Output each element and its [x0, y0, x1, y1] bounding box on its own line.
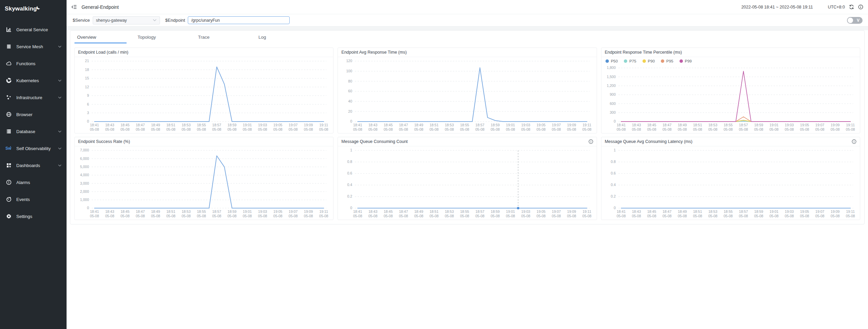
- svg-text:05-08: 05-08: [384, 214, 393, 218]
- line-chart-plot[interactable]: 00.20.40.60.8118:4105-0818:4305-0818:450…: [338, 146, 596, 220]
- legend-label: P75: [629, 59, 636, 63]
- chart-info-icon[interactable]: [589, 139, 593, 144]
- sidebar-item-dashboards[interactable]: Dashboards: [0, 157, 67, 174]
- legend-item-p99[interactable]: P99: [680, 59, 692, 63]
- svg-text:19:03: 19:03: [785, 123, 794, 127]
- svg-text:19:07: 19:07: [815, 123, 824, 127]
- svg-text:4,000: 4,000: [80, 173, 89, 177]
- legend-item-p95[interactable]: P95: [661, 59, 673, 63]
- active-tab-underline: [74, 42, 127, 43]
- svg-text:18:59: 18:59: [228, 209, 236, 214]
- gear-icon: [5, 213, 12, 219]
- sidebar-item-service-mesh[interactable]: Service Mesh: [0, 38, 67, 55]
- chart-info-icon[interactable]: [852, 139, 856, 144]
- legend-item-p90[interactable]: P90: [643, 59, 655, 63]
- svg-text:05-08: 05-08: [289, 127, 298, 131]
- legend-dot: [680, 59, 683, 63]
- svg-text:05-08: 05-08: [662, 214, 671, 218]
- chart-card-endpoint-success-rate-: Endpoint Success Rate (%)01,0002,0003,00…: [74, 137, 333, 220]
- refresh-icon[interactable]: [849, 4, 854, 10]
- svg-text:05-08: 05-08: [273, 127, 283, 131]
- endpoint-input[interactable]: [188, 16, 290, 24]
- chevron-down-icon: [153, 19, 157, 21]
- svg-text:05-08: 05-08: [582, 127, 592, 131]
- chevron-down-icon: [58, 164, 61, 167]
- legend-item-p75[interactable]: P75: [624, 59, 636, 63]
- sidebar-item-label: Alarms: [16, 180, 61, 185]
- svg-text:0.4: 0.4: [347, 183, 352, 187]
- time-range-picker[interactable]: 2022-05-08 18:41 ~ 2022-05-08 19:11: [741, 5, 813, 10]
- svg-text:15: 15: [85, 76, 89, 80]
- svg-text:6: 6: [87, 102, 89, 106]
- svg-text:20: 20: [348, 109, 352, 113]
- legend-dot: [624, 59, 627, 63]
- tab-log[interactable]: Log: [252, 31, 312, 43]
- svg-text:18:41: 18:41: [617, 123, 626, 127]
- sidebar-item-settings[interactable]: Settings: [0, 208, 67, 225]
- svg-text:05-08: 05-08: [151, 214, 160, 218]
- sidebar-item-database[interactable]: Database: [0, 123, 67, 140]
- svg-text:05-08: 05-08: [830, 127, 839, 131]
- sidebar-item-browser[interactable]: Browser: [0, 106, 67, 123]
- sidebar-item-self-observability[interactable]: SwSelf Observability: [0, 140, 67, 157]
- svg-text:05-08: 05-08: [506, 127, 515, 131]
- chevron-down-icon: [58, 96, 61, 99]
- svg-text:18:43: 18:43: [368, 209, 377, 214]
- svg-text:19:01: 19:01: [506, 123, 515, 127]
- legend-dot: [661, 59, 664, 63]
- tab-overview[interactable]: Overview: [70, 31, 131, 43]
- svg-text:18:51: 18:51: [430, 209, 438, 214]
- tab-topology[interactable]: Topology: [131, 31, 191, 43]
- svg-text:18:49: 18:49: [151, 123, 160, 127]
- svg-text:05-08: 05-08: [632, 127, 641, 131]
- line-chart-plot[interactable]: 03006009001,2001,5001,80018:4105-0818:43…: [601, 65, 860, 133]
- svg-text:18:51: 18:51: [693, 209, 702, 214]
- tab-trace[interactable]: Trace: [191, 31, 252, 43]
- svg-text:0: 0: [350, 120, 352, 124]
- timezone-label: UTC+8:0: [828, 5, 845, 10]
- line-chart-plot[interactable]: 02040608010012018:4105-0818:4305-0818:45…: [338, 57, 596, 133]
- svg-text:5,000: 5,000: [80, 165, 89, 169]
- svg-text:1,200: 1,200: [607, 84, 615, 88]
- svg-text:120: 120: [346, 59, 352, 63]
- svg-text:19:09: 19:09: [304, 209, 313, 214]
- legend-item-p50[interactable]: P50: [605, 59, 618, 63]
- line-chart-plot[interactable]: 01,0002,0003,0004,0005,0006,0007,00018:4…: [75, 146, 333, 220]
- svg-text:9: 9: [87, 93, 89, 97]
- legend-dot: [643, 59, 646, 63]
- events-icon: [5, 196, 12, 202]
- svg-text:18:57: 18:57: [475, 123, 484, 127]
- svg-text:05-08: 05-08: [491, 214, 500, 218]
- chart-card-header: Endpoint Load (calls / min): [75, 48, 333, 57]
- service-select[interactable]: shenyu-gateway: [93, 16, 160, 24]
- sidebar-item-events[interactable]: Events: [0, 191, 67, 208]
- svg-text:05-08: 05-08: [582, 214, 592, 218]
- info-icon[interactable]: [858, 4, 863, 10]
- kubernetes-icon: [5, 77, 12, 84]
- svg-text:05-08: 05-08: [90, 127, 99, 131]
- line-chart-plot[interactable]: 00.20.40.60.8118:4105-0818:4305-0818:450…: [601, 146, 860, 220]
- sidebar-item-alarms[interactable]: Alarms: [0, 174, 67, 191]
- svg-text:05-08: 05-08: [815, 127, 824, 131]
- dashboard-icon: [5, 162, 12, 168]
- svg-text:19:03: 19:03: [258, 209, 267, 214]
- svg-text:18:41: 18:41: [353, 123, 362, 127]
- svg-text:05-08: 05-08: [460, 127, 469, 131]
- line-chart-plot[interactable]: 03691215182118:4105-0818:4305-0818:4505-…: [75, 57, 333, 133]
- svg-text:18:53: 18:53: [182, 123, 191, 127]
- legend-label: P99: [685, 59, 692, 63]
- sidebar-item-functions[interactable]: Functions: [0, 55, 67, 72]
- chart-title: Endpoint Avg Response Time (ms): [341, 50, 593, 55]
- collapse-sidebar-icon[interactable]: [71, 4, 77, 10]
- svg-text:05-08: 05-08: [182, 214, 191, 218]
- chart-card-header: Endpoint Response Time Percentile (ms): [601, 48, 860, 57]
- sidebar-item-infrastructure[interactable]: Infrastructure: [0, 89, 67, 106]
- sidebar-item-general-service[interactable]: General Service: [0, 21, 67, 38]
- svg-text:05-08: 05-08: [567, 127, 576, 131]
- chart-title: Message Queue Consuming Count: [341, 139, 588, 144]
- svg-text:05-08: 05-08: [677, 214, 687, 218]
- edit-mode-toggle[interactable]: V: [847, 17, 863, 24]
- sidebar-item-kubernetes[interactable]: Kubernetes: [0, 72, 67, 89]
- chart-card-endpoint-avg-response-time-ms-: Endpoint Avg Response Time (ms)020406080…: [338, 48, 597, 133]
- svg-text:05-08: 05-08: [739, 214, 748, 218]
